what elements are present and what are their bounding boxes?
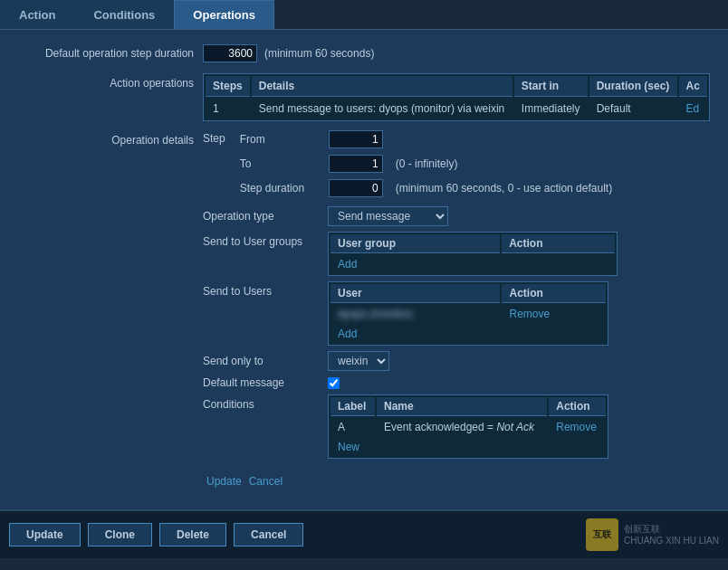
user-name: dyops (monitor) [330,305,500,323]
table-row: 1 Send message to users: dyops (monitor)… [206,99,707,119]
send-only-to-select[interactable]: weixin [328,351,389,371]
cond-label-col: Label [330,397,375,416]
row-details: Send message to users: dyops (monitor) v… [252,99,512,119]
watermark-logo: 互联 [586,518,618,551]
cond-remove[interactable]: Remove [549,418,606,436]
from-label: From [240,133,321,146]
default-step-note: (minimum 60 seconds) [264,47,374,60]
operation-type-label: Operation type [203,210,321,223]
from-row: From [240,130,612,148]
default-message-label: Default message [203,376,321,389]
user-col: User [330,284,500,303]
tab-operations[interactable]: Operations [174,0,274,29]
operation-details-label: Operation details [13,130,203,147]
tab-conditions[interactable]: Conditions [74,0,174,29]
send-to-user-groups-label: Send to User groups [203,232,321,248]
user-action-col: Action [502,284,606,303]
user-groups-table: User group Action Add [328,232,618,276]
step-word: Step [203,130,225,201]
default-step-row: Default operation step duration (minimum… [9,39,719,68]
from-input[interactable] [329,130,383,148]
operation-cancel-link[interactable]: Cancel [249,475,283,488]
condition-row: A Event acknowledged = Not Ack Remove [330,418,606,436]
col-details: Details [252,76,512,97]
to-input[interactable] [329,155,383,173]
to-row: To (0 - infinitely) [240,155,612,173]
user-remove[interactable]: Remove [502,305,606,323]
cond-label: A [330,418,375,436]
default-step-value: (minimum 60 seconds) [203,44,374,62]
bottom-update-button[interactable]: Update [9,523,81,546]
conditions-new-link[interactable]: New [338,441,359,453]
users-add-link[interactable]: Add [338,328,357,340]
user-groups-add-row: Add [330,255,615,273]
to-note: (0 - infinitely) [396,157,458,170]
operation-details-content: Step From To (0 - infinitely) Step durat… [203,130,715,495]
send-only-to-label: Send only to [203,355,321,367]
users-table: User Action dyops (monitor) Remove [328,281,608,346]
cond-name: Event acknowledged = Not Ack [377,418,547,436]
conditions-label: Conditions [203,394,321,411]
row-duration: Default [589,99,677,119]
step-duration-row: Step duration (minimum 60 seconds, 0 - u… [240,179,612,197]
user-group-col: User group [330,234,500,253]
watermark-line2: CHUANG XIN HU LIAN [624,535,719,546]
col-steps: Steps [206,76,250,97]
send-to-user-groups-row: Send to User groups User group Action Ad… [203,232,715,276]
conditions-row: Conditions Label Name Action A E [203,394,715,459]
conditions-new-row: New [330,438,606,456]
users-add-row: Add [330,325,606,343]
bottom-buttons: Update Clone Delete Cancel [9,523,303,546]
cond-remove-link[interactable]: Remove [556,421,597,433]
col-start-in: Start in [514,76,588,97]
send-to-users-label: Send to Users [203,281,321,298]
cond-action-col: Action [549,397,606,416]
step-form: Step From To (0 - infinitely) Step durat… [203,130,715,201]
default-step-label: Default operation step duration [13,47,203,60]
user-row: dyops (monitor) Remove [330,305,606,323]
step-duration-note: (minimum 60 seconds, 0 - use action defa… [396,182,612,195]
tab-bar: Action Conditions Operations [0,0,728,30]
bottom-cancel-button[interactable]: Cancel [234,523,303,546]
watermark: 互联 创新互联 CHUANG XIN HU LIAN [586,518,719,551]
col-action: Ac [679,76,707,97]
watermark-text: 创新互联 CHUANG XIN HU LIAN [624,523,719,546]
cond-name-col: Name [377,397,547,416]
to-label: To [240,157,321,170]
default-message-checkbox[interactable] [328,377,340,389]
row-edit[interactable]: Ed [679,99,707,119]
operation-type-row: Operation type Send message Remote comma… [203,206,715,226]
step-duration-input[interactable] [329,179,383,197]
user-group-action-col: Action [502,234,615,253]
operation-type-select[interactable]: Send message Remote command [328,206,448,226]
action-operations-row: Action operations Steps Details Start in… [9,70,719,125]
operation-actions: Update Cancel [203,468,715,495]
default-message-row: Default message [203,376,715,389]
user-name-blurred: dyops (monitor) [338,308,413,320]
conditions-table: Label Name Action A Event acknowledged =… [328,394,608,459]
bottom-bar: Update Clone Delete Cancel 互联 创新互联 CHUAN… [0,509,728,558]
bottom-clone-button[interactable]: Clone [88,523,152,546]
operation-details-section: Operation details Step From To (0 - infi… [9,127,719,499]
user-remove-link[interactable]: Remove [509,308,550,320]
send-only-to-row: Send only to weixin [203,351,715,371]
user-groups-add-link[interactable]: Add [338,258,357,271]
watermark-line1: 创新互联 [624,523,719,535]
bottom-delete-button[interactable]: Delete [159,523,226,546]
col-duration: Duration (sec) [589,76,677,97]
default-step-input[interactable] [203,44,257,62]
operation-update-link[interactable]: Update [206,475,242,488]
operations-table: Steps Details Start in Duration (sec) Ac… [203,73,710,121]
action-operations-label: Action operations [13,73,203,90]
tab-action[interactable]: Action [0,0,74,29]
main-content: Default operation step duration (minimum… [0,30,728,509]
step-fields: From To (0 - infinitely) Step duration (… [240,130,612,201]
row-start-in: Immediately [514,99,588,119]
send-to-users-row: Send to Users User Action dyops (monitor… [203,281,715,346]
row-step: 1 [206,99,250,119]
step-duration-label: Step duration [240,182,321,195]
